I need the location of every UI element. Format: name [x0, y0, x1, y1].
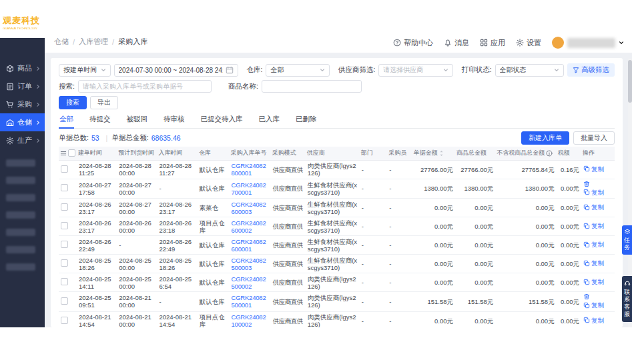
advanced-filter-button[interactable]: 高级筛选	[567, 63, 615, 77]
copy-button[interactable]: 复制	[583, 301, 604, 309]
tab-已删除[interactable]: 已删除	[295, 112, 318, 128]
supplier-select[interactable]: 请选择供应商	[378, 64, 452, 77]
order-link[interactable]: CGRK24082600001	[231, 238, 266, 253]
col-buyer: 采购员	[387, 147, 412, 160]
cell-buyer: -	[387, 311, 412, 327]
row-checkbox[interactable]	[61, 203, 68, 211]
cell-tax: 0.00元	[557, 179, 581, 199]
cell-expected-arrival: 2024-08-27 00:00	[117, 199, 157, 217]
tab-已入库[interactable]: 已入库	[258, 112, 281, 128]
inbound-table: 建单时间预计到货时间入库时间仓库采购入库单号采购模式供应商部门采购员单据金额商品…	[59, 147, 615, 327]
cell-order-amount: 0.00元	[412, 255, 455, 273]
search-input[interactable]	[78, 80, 212, 93]
tab-待提交[interactable]: 待提交	[89, 112, 111, 128]
copy-button[interactable]: 复制	[583, 222, 604, 229]
table-row: 2024-08-25 18:262024-08-25 00:002024-08-…	[59, 255, 615, 273]
breadcrumb-item[interactable]: 入库管理	[79, 37, 108, 47]
copy-icon	[583, 317, 590, 323]
copy-button[interactable]: 复制	[583, 203, 604, 211]
sidebar-item-仓储[interactable]: 仓储	[0, 113, 45, 131]
chevron-right-icon	[35, 102, 41, 107]
task-panel-toggle[interactable]: 任务	[622, 225, 632, 255]
copy-icon	[583, 241, 590, 248]
order-link[interactable]: CGRK24082500002	[231, 275, 266, 290]
batch-import-button[interactable]: 批量导入	[573, 131, 615, 145]
cell-checkbox	[59, 311, 77, 327]
topnav-right: 帮助中心消息应用设置	[393, 37, 624, 49]
calendar-icon	[226, 66, 234, 74]
topnav-action-apps[interactable]: 应用	[480, 38, 505, 48]
date-range-input[interactable]: 2024-07-30 00:00 ~ 2024-08-28 24:00	[114, 64, 238, 77]
time-type-select[interactable]: 按建单时间	[59, 64, 111, 77]
sidebar-item-商品[interactable]: 商品	[0, 59, 45, 77]
customer-service-toggle[interactable]: 联系客服	[622, 276, 632, 322]
breadcrumb-item[interactable]: 采购入库	[118, 37, 147, 47]
tab-已提交待入库[interactable]: 已提交待入库	[200, 112, 244, 128]
cell-created-time: 2024-08-25 09:51	[77, 292, 117, 312]
row-checkbox[interactable]	[61, 165, 68, 173]
topnav-action-gear[interactable]: 设置	[516, 38, 541, 48]
order-link[interactable]: CGRK24082800001	[231, 162, 266, 177]
copy-button[interactable]: 复制	[583, 165, 604, 173]
cell-inbound-time: 2024-08-26 23:17	[157, 199, 197, 217]
cell-checkbox	[59, 273, 77, 292]
cell-goods-total-excl-tax: 0.00元	[495, 255, 556, 273]
row-checkbox[interactable]	[61, 184, 68, 191]
cell-supplier: 肉类供应商(lgys2126)	[306, 311, 360, 327]
cell-tax: 0.16元	[557, 160, 581, 179]
order-link[interactable]: CGRK24082100002	[231, 313, 266, 327]
chevron-right-icon	[35, 120, 41, 125]
filter-row-3: 搜索 导出	[59, 96, 615, 109]
cell-expected-arrival: 2024-08-21 00:00	[117, 311, 157, 327]
order-link[interactable]: CGRK24082700001	[231, 181, 266, 196]
sidebar-item-生产[interactable]: 生产	[0, 131, 45, 149]
customer-service-label: 联系客服	[624, 289, 631, 318]
user-menu[interactable]	[552, 37, 624, 49]
cell-operations: 复制	[581, 199, 615, 217]
order-link[interactable]: CGRK24082600002	[231, 219, 266, 234]
tab-全部[interactable]: 全部	[59, 112, 74, 129]
order-link[interactable]: CGRK24082500003	[231, 257, 266, 271]
breadcrumb-item[interactable]: 仓储	[54, 37, 69, 47]
print-status-select[interactable]: 全部状态	[495, 64, 564, 77]
sidebar-item-订单[interactable]: 订单	[0, 77, 45, 95]
sidebar-item-采购[interactable]: 采购	[0, 95, 45, 113]
copy-button[interactable]: 复制	[583, 241, 604, 248]
warehouse-select[interactable]: 全部	[266, 64, 329, 77]
search-button[interactable]: 搜索	[59, 96, 87, 109]
topnav-action-label: 设置	[527, 38, 541, 48]
tab-被驳回[interactable]: 被驳回	[126, 112, 149, 128]
create-inbound-button[interactable]: 新建入库单	[521, 131, 569, 145]
order-link[interactable]: CGRK24082600003	[231, 201, 266, 215]
topnav-action-bell[interactable]: 消息	[444, 38, 469, 48]
copy-button[interactable]: 复制	[583, 189, 604, 196]
cell-expected-arrival: 2024-08-27 00:00	[117, 179, 157, 199]
row-checkbox[interactable]	[61, 297, 68, 305]
delete-button[interactable]	[583, 293, 590, 300]
copy-button[interactable]: 复制	[583, 317, 604, 324]
copy-button[interactable]: 复制	[583, 259, 604, 267]
tab-待审核[interactable]: 待审核	[163, 112, 186, 128]
row-checkbox[interactable]	[61, 222, 68, 229]
info-icon	[546, 150, 553, 157]
row-checkbox[interactable]	[61, 259, 68, 267]
order-link[interactable]: CGRK24082500001	[231, 294, 266, 309]
cell-checkbox	[59, 255, 77, 273]
copy-button[interactable]: 复制	[583, 278, 604, 285]
row-checkbox[interactable]	[61, 317, 68, 324]
cell-order-amount: 151.58元	[412, 292, 455, 312]
row-checkbox[interactable]	[61, 241, 68, 248]
export-button[interactable]: 导出	[90, 96, 118, 109]
copy-label: 复制	[591, 301, 604, 309]
purchase-icon	[6, 101, 14, 109]
cell-operations: 复制	[581, 179, 615, 199]
row-checkbox[interactable]	[61, 278, 68, 285]
scrollbar-thumb[interactable]	[628, 60, 632, 103]
delete-button[interactable]	[583, 181, 590, 187]
sidebar-item-redacted	[6, 229, 35, 236]
table-row: 2024-08-25 14:112024-08-25 00:002024-08-…	[59, 273, 615, 292]
cell-inbound-time: -	[157, 292, 197, 312]
topnav-action-help[interactable]: 帮助中心	[393, 38, 433, 48]
product-name-input[interactable]	[262, 80, 362, 93]
select-all-checkbox[interactable]	[68, 149, 75, 157]
